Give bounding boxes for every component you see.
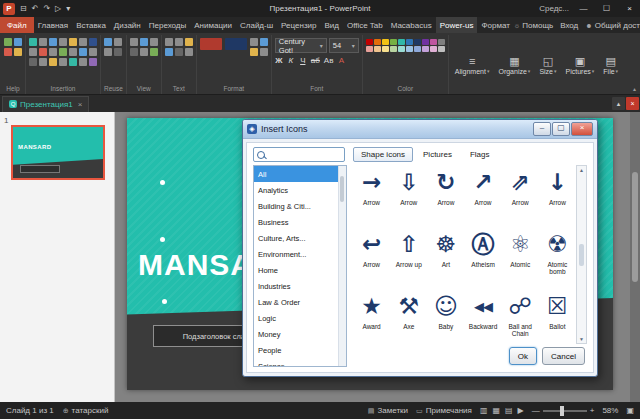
ribbon-icon[interactable] xyxy=(79,58,87,66)
document-tab[interactable]: Q Презентация1 × xyxy=(2,96,89,112)
dialog-title-bar[interactable]: ◈ Insert Icons – ▢ × xyxy=(243,120,597,139)
icon-cell[interactable]: ↗Arrow xyxy=(465,165,502,227)
format-red-icon[interactable] xyxy=(200,38,222,50)
category-home[interactable]: Home xyxy=(254,262,346,278)
color-swatch[interactable] xyxy=(414,39,421,45)
category-analytics[interactable]: Analytics xyxy=(254,182,346,198)
color-swatch[interactable] xyxy=(406,46,413,52)
change-case-button[interactable]: Ав xyxy=(324,56,334,65)
color-swatch[interactable] xyxy=(398,39,405,45)
tabbar-up-button[interactable]: ▴ xyxy=(612,97,625,110)
icon-cell[interactable]: ⇧Arrow up xyxy=(390,227,427,289)
category-people[interactable]: People xyxy=(254,342,346,358)
ribbon-icon[interactable] xyxy=(14,38,22,46)
tab-review[interactable]: Рецензир xyxy=(277,17,320,33)
ribbon-icon[interactable] xyxy=(79,48,87,56)
slideshow-icon[interactable]: ▷ xyxy=(55,4,61,13)
icon-cell[interactable]: ☢Atomic bomb xyxy=(539,227,576,289)
icon-cell[interactable]: ☸Art xyxy=(427,227,464,289)
tab-home[interactable]: Главная xyxy=(34,17,72,33)
icon-cell[interactable]: ⚛Atomic xyxy=(502,227,539,289)
ok-button[interactable]: Ok xyxy=(509,347,537,365)
ribbon-icon[interactable] xyxy=(59,48,67,56)
ribbon-icon[interactable] xyxy=(260,48,268,56)
icon-cell[interactable]: ★Award xyxy=(353,289,390,344)
ribbon-icon[interactable] xyxy=(185,48,193,56)
tab-format[interactable]: Формат xyxy=(477,17,513,33)
ribbon-icon[interactable] xyxy=(4,38,12,46)
tab-animations[interactable]: Анимации xyxy=(190,17,236,33)
category-logic[interactable]: Logic xyxy=(254,310,346,326)
ribbon-icon[interactable] xyxy=(69,38,77,46)
undo-icon[interactable]: ↶ xyxy=(32,4,39,13)
slide-sorter-icon[interactable]: ▦ xyxy=(492,406,500,415)
save-icon[interactable]: ⊟ xyxy=(20,4,27,13)
alignment-button[interactable]: ≡ Alignment▾ xyxy=(452,53,493,77)
slide-thumbnail[interactable]: MANSARD xyxy=(11,125,105,180)
tabbar-close-button[interactable]: × xyxy=(626,97,639,110)
category-industries[interactable]: Industries xyxy=(254,278,346,294)
ribbon-icon[interactable] xyxy=(175,38,183,46)
icon-cell[interactable]: ⇩Arrow xyxy=(390,165,427,227)
ribbon-icon[interactable] xyxy=(39,48,47,56)
tab-office-tab[interactable]: Office Tab xyxy=(343,17,387,33)
color-swatch[interactable] xyxy=(422,39,429,45)
format-navy-icon[interactable] xyxy=(225,38,247,50)
ribbon-icon[interactable] xyxy=(29,48,37,56)
icon-cell[interactable]: ⒶAtheism xyxy=(465,227,502,289)
tab-flags[interactable]: Flags xyxy=(462,147,498,162)
color-swatch[interactable] xyxy=(398,46,405,52)
ribbon-icon[interactable] xyxy=(79,38,87,46)
tab-design[interactable]: Дизайн xyxy=(110,17,145,33)
zoom-in-icon[interactable]: + xyxy=(590,406,595,415)
ribbon-icon[interactable] xyxy=(260,38,268,46)
tab-transitions[interactable]: Переходы xyxy=(145,17,191,33)
color-swatch[interactable] xyxy=(430,39,437,45)
ribbon-icon[interactable] xyxy=(150,48,158,56)
bold-button[interactable]: Ж xyxy=(275,56,283,65)
color-swatch[interactable] xyxy=(382,39,389,45)
size-button[interactable]: ◱ Size▾ xyxy=(536,53,559,77)
color-swatch[interactable] xyxy=(414,46,421,52)
color-swatch[interactable] xyxy=(382,46,389,52)
color-swatch[interactable] xyxy=(422,46,429,52)
ribbon-icon[interactable] xyxy=(185,38,193,46)
icon-cell[interactable]: ◀◀Backward xyxy=(465,289,502,344)
category-environment[interactable]: Environment... xyxy=(254,246,346,262)
tab-view[interactable]: Вид xyxy=(321,17,343,33)
ribbon-icon[interactable] xyxy=(104,38,112,46)
share-button[interactable]: ☻ Общий доступ xyxy=(585,21,640,30)
ribbon-icon[interactable] xyxy=(89,38,97,46)
icon-cell[interactable]: ⇗Arrow xyxy=(502,165,539,227)
zoom-slider-thumb[interactable] xyxy=(560,406,564,416)
ribbon-icon[interactable] xyxy=(150,38,158,46)
scrollbar-thumb[interactable] xyxy=(632,172,638,282)
ribbon-icon[interactable] xyxy=(250,38,258,46)
language-indicator[interactable]: ⊕ татарский xyxy=(63,406,109,415)
grid-scrollbar[interactable]: ▲ ▼ xyxy=(576,165,587,344)
icon-cell[interactable]: →Arrow xyxy=(353,165,390,227)
icon-cell[interactable]: ↓Arrow xyxy=(539,165,576,227)
ribbon-icon[interactable] xyxy=(114,38,122,46)
font-name-combo[interactable]: Century Got! ▾ xyxy=(275,38,327,53)
color-swatch[interactable] xyxy=(406,39,413,45)
ribbon-icon[interactable] xyxy=(130,48,138,56)
category-culture[interactable]: Culture, Arts... xyxy=(254,230,346,246)
strikethrough-button[interactable]: аб xyxy=(311,56,320,65)
ribbon-icon[interactable] xyxy=(140,48,148,56)
tab-slideshow[interactable]: Слайд-ш xyxy=(236,17,277,33)
comments-button[interactable]: ▭ Примечания xyxy=(416,406,472,415)
color-swatch[interactable] xyxy=(390,46,397,52)
maximize-button[interactable]: ☐ xyxy=(598,4,615,13)
ribbon-icon[interactable] xyxy=(4,48,12,56)
slideshow-view-icon[interactable]: ▶ xyxy=(518,406,524,415)
close-tab-icon[interactable]: × xyxy=(78,100,83,109)
ribbon-icon[interactable] xyxy=(89,58,97,66)
tab-pictures[interactable]: Pictures xyxy=(415,147,460,162)
pictures-button[interactable]: ▣ Pictures▾ xyxy=(563,53,598,77)
ribbon-icon[interactable] xyxy=(49,48,57,56)
color-swatch[interactable] xyxy=(438,39,445,45)
ribbon-icon[interactable] xyxy=(14,48,22,56)
color-swatch[interactable] xyxy=(374,39,381,45)
scroll-up-icon[interactable]: ▲ xyxy=(579,167,584,173)
